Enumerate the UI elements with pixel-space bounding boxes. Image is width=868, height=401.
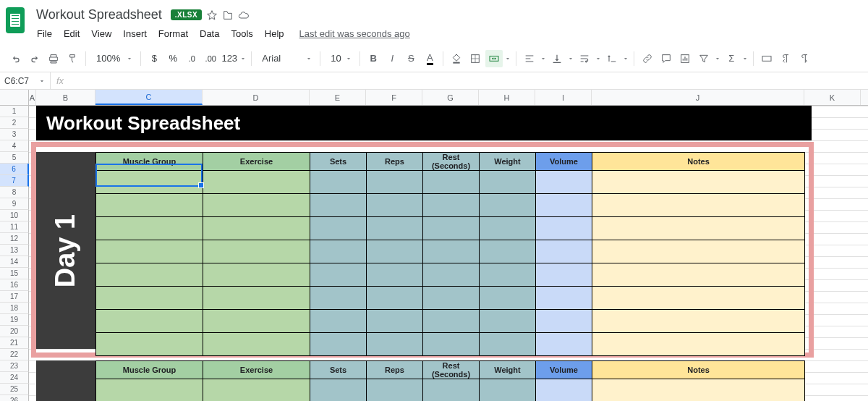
cell[interactable] bbox=[592, 379, 805, 402]
rtl-on-icon[interactable] bbox=[777, 50, 794, 67]
header-rest-seconds-[interactable]: Rest (Seconds) bbox=[423, 153, 480, 171]
bold-icon[interactable]: B bbox=[365, 50, 382, 67]
cell[interactable] bbox=[203, 333, 310, 356]
text-color-icon[interactable]: A bbox=[421, 50, 438, 67]
workout-table-1[interactable]: Muscle GroupExerciseSetsRepsRest (Second… bbox=[95, 152, 805, 356]
cell[interactable] bbox=[480, 240, 536, 263]
row-header-7[interactable]: 7 bbox=[0, 175, 29, 187]
cell[interactable] bbox=[96, 263, 203, 287]
row-header-19[interactable]: 19 bbox=[0, 314, 29, 326]
header-notes[interactable]: Notes bbox=[592, 153, 805, 171]
cell[interactable] bbox=[592, 263, 805, 287]
col-header-G[interactable]: G bbox=[422, 90, 479, 105]
formula-bar[interactable] bbox=[69, 72, 868, 89]
row-header-16[interactable]: 16 bbox=[0, 279, 29, 291]
cell[interactable] bbox=[367, 263, 423, 287]
row-header-10[interactable]: 10 bbox=[0, 210, 29, 221]
col-header-C[interactable]: C bbox=[95, 90, 203, 105]
cell[interactable] bbox=[96, 240, 203, 263]
row-header-21[interactable]: 21 bbox=[0, 337, 29, 349]
cell[interactable] bbox=[96, 217, 203, 240]
menu-help[interactable]: Help bbox=[260, 25, 289, 42]
cell[interactable] bbox=[423, 263, 480, 287]
cell[interactable] bbox=[310, 240, 367, 263]
menu-file[interactable]: File bbox=[32, 25, 57, 42]
col-header-H[interactable]: H bbox=[479, 90, 535, 105]
cell[interactable] bbox=[480, 310, 536, 333]
increase-decimal-icon[interactable]: .00 bbox=[202, 50, 219, 67]
font-size-dropdown[interactable]: 10 bbox=[325, 53, 355, 64]
row-header-24[interactable]: 24 bbox=[0, 372, 29, 384]
cell[interactable] bbox=[592, 217, 805, 240]
cell[interactable] bbox=[310, 333, 367, 356]
cell[interactable] bbox=[423, 310, 480, 333]
header-volume[interactable]: Volume bbox=[536, 361, 592, 379]
cell[interactable] bbox=[96, 310, 203, 333]
row-header-12[interactable]: 12 bbox=[0, 233, 29, 245]
header-reps[interactable]: Reps bbox=[367, 153, 423, 171]
cell[interactable] bbox=[310, 287, 367, 310]
cell[interactable] bbox=[592, 333, 805, 356]
comment-icon[interactable] bbox=[658, 50, 675, 67]
cell[interactable] bbox=[423, 240, 480, 263]
cell[interactable] bbox=[480, 263, 536, 287]
header-muscle-group[interactable]: Muscle Group bbox=[96, 153, 203, 171]
cell[interactable] bbox=[310, 263, 367, 287]
cell[interactable] bbox=[310, 310, 367, 333]
fill-color-icon[interactable] bbox=[448, 50, 465, 67]
row-header-22[interactable]: 22 bbox=[0, 349, 29, 360]
cell[interactable] bbox=[592, 240, 805, 263]
col-header-F[interactable]: F bbox=[366, 90, 422, 105]
col-header-B[interactable]: B bbox=[36, 90, 95, 105]
row-header-5[interactable]: 5 bbox=[0, 152, 29, 164]
name-box[interactable]: C6:C7 bbox=[0, 72, 51, 89]
row-header-14[interactable]: 14 bbox=[0, 256, 29, 268]
cell[interactable] bbox=[367, 194, 423, 217]
header-exercise[interactable]: Exercise bbox=[203, 361, 310, 379]
cell[interactable] bbox=[367, 287, 423, 310]
print-icon[interactable] bbox=[45, 50, 62, 67]
header-reps[interactable]: Reps bbox=[367, 361, 423, 379]
header-volume[interactable]: Volume bbox=[536, 153, 592, 171]
text-wrap-icon[interactable] bbox=[576, 50, 593, 67]
col-header-A[interactable]: A bbox=[29, 90, 36, 105]
col-header-J[interactable]: J bbox=[592, 90, 804, 105]
cell[interactable] bbox=[203, 379, 310, 402]
cell[interactable] bbox=[423, 333, 480, 356]
col-header-E[interactable]: E bbox=[310, 90, 366, 105]
redo-icon[interactable] bbox=[26, 50, 43, 67]
cell[interactable] bbox=[367, 171, 423, 194]
link-icon[interactable] bbox=[639, 50, 656, 67]
italic-icon[interactable]: I bbox=[383, 50, 401, 67]
row-header-23[interactable]: 23 bbox=[0, 360, 29, 372]
cell[interactable] bbox=[96, 194, 203, 217]
row-header-8[interactable]: 8 bbox=[0, 187, 29, 198]
insert-chart-icon[interactable] bbox=[676, 50, 694, 67]
cloud-icon[interactable] bbox=[238, 9, 250, 21]
row-header-15[interactable]: 15 bbox=[0, 268, 29, 279]
h-align-icon[interactable] bbox=[521, 50, 538, 67]
row-header-25[interactable]: 25 bbox=[0, 384, 29, 395]
row-header-2[interactable]: 2 bbox=[0, 117, 29, 129]
zoom-dropdown[interactable]: 100% bbox=[90, 53, 136, 64]
sheets-logo[interactable] bbox=[6, 7, 25, 33]
cell[interactable] bbox=[96, 379, 203, 402]
header-notes[interactable]: Notes bbox=[592, 361, 805, 379]
text-rotation-icon[interactable] bbox=[603, 50, 621, 67]
menu-edit[interactable]: Edit bbox=[59, 25, 85, 42]
cell[interactable] bbox=[310, 194, 367, 217]
merge-cells-icon[interactable] bbox=[485, 50, 503, 67]
percent-icon[interactable]: % bbox=[164, 50, 182, 67]
row-header-4[interactable]: 4 bbox=[0, 140, 29, 152]
cell[interactable] bbox=[310, 217, 367, 240]
decrease-decimal-icon[interactable]: .0 bbox=[183, 50, 200, 67]
header-sets[interactable]: Sets bbox=[310, 153, 367, 171]
header-muscle-group[interactable]: Muscle Group bbox=[96, 361, 203, 379]
row-header-26[interactable]: 26 bbox=[0, 395, 29, 401]
cell[interactable] bbox=[480, 379, 536, 402]
cell[interactable] bbox=[203, 217, 310, 240]
cell[interactable] bbox=[536, 240, 592, 263]
cell[interactable] bbox=[536, 263, 592, 287]
cell[interactable] bbox=[423, 379, 480, 402]
cell[interactable] bbox=[203, 287, 310, 310]
